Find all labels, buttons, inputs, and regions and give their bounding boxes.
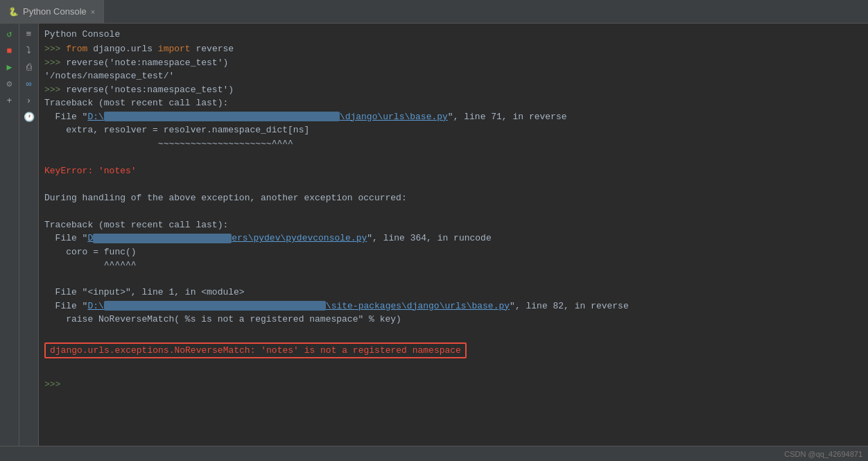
console-area: Python Console >>> from django.urls impo…: [39, 24, 868, 446]
blank-4: [44, 272, 862, 286]
run-button[interactable]: ▶: [2, 60, 17, 75]
code-caret-1: ^^^^^^: [44, 259, 862, 272]
exception-msg: During handling of the above exception, …: [44, 191, 862, 205]
input-file-line: File "<input>", line 1, in <module>: [44, 286, 862, 299]
cmd-line-1: >>> from django.urls import reverse: [44, 42, 862, 56]
cmd-line-3: >>> reverse('notes:namespace_test'): [44, 83, 862, 97]
blank-5: [44, 327, 862, 340]
history-button[interactable]: 🕐: [21, 110, 37, 125]
highlighted-error-container: django.urls.exceptions.NoReverseMatch: '…: [44, 342, 862, 358]
loop-button[interactable]: ∞: [21, 76, 37, 92]
watermark-text: CSDN @qq_42694871: [784, 450, 862, 458]
console-content: >>> from django.urls import reverse >>> …: [44, 42, 862, 443]
traceback-header-2: Traceback (most recent call last):: [44, 218, 862, 232]
traceback-header-1: Traceback (most recent call last):: [44, 96, 862, 110]
code-line-2: coro = func(): [44, 245, 862, 259]
tab-bar: 🐍 Python Console ×: [0, 0, 868, 24]
prompt-button[interactable]: ›: [21, 93, 37, 108]
rerun-button[interactable]: ↺: [2, 26, 17, 42]
file-line-1: File "D:\ \django\urls\base.py", line 71…: [44, 110, 862, 124]
console-header: Python Console: [44, 26, 862, 42]
highlighted-error-text: django.urls.exceptions.NoReverseMatch: '…: [44, 342, 467, 358]
add-button[interactable]: +: [2, 93, 17, 108]
stop-button[interactable]: ■: [2, 43, 17, 58]
result-line-1: '/notes/namespace_test/': [44, 69, 862, 83]
tab-close-icon[interactable]: ×: [91, 8, 95, 16]
tab-label: Python Console: [23, 6, 87, 17]
cmd-line-2: >>> reverse('note:namespace_test'): [44, 56, 862, 70]
keyerror-line: KeyError: 'notes': [44, 164, 862, 178]
bottom-bar: CSDN @qq_42694871: [0, 446, 868, 461]
blank-1: [44, 150, 862, 164]
settings-button[interactable]: ⚙: [2, 76, 17, 92]
footer-prompt[interactable]: >>>: [44, 378, 862, 392]
toolbar-right: ≡ ⤵ ⎙ ∞ › 🕐: [19, 24, 39, 446]
python-icon: 🐍: [8, 7, 19, 17]
print-button[interactable]: ⎙: [21, 60, 37, 75]
blank-6: [44, 364, 862, 378]
blank-3: [44, 205, 862, 218]
file-line-2: File "D ers\pydev\pydevconsole.py", line…: [44, 232, 862, 245]
main-area: ↺ ■ ▶ ⚙ + ≡ ⤵ ⎙ ∞ › 🕐 Python Console >>>…: [0, 24, 868, 446]
blank-2: [44, 177, 862, 191]
file-line-3: File "D:\ \site-packages\django\urls\bas…: [44, 299, 862, 313]
python-console-tab[interactable]: 🐍 Python Console ×: [0, 0, 104, 23]
raise-line: raise NoReverseMatch( %s is not a regist…: [44, 313, 862, 327]
toolbar-left: ↺ ■ ▶ ⚙ +: [0, 24, 19, 446]
input-button[interactable]: ⤵: [21, 43, 37, 58]
code-line-1: extra, resolver = resolver.namespace_dic…: [44, 123, 862, 137]
code-tilde-1: ~~~~~~~~~~~~~~~~~~~~~^^^^: [44, 137, 862, 151]
reformat-button[interactable]: ≡: [21, 26, 37, 42]
